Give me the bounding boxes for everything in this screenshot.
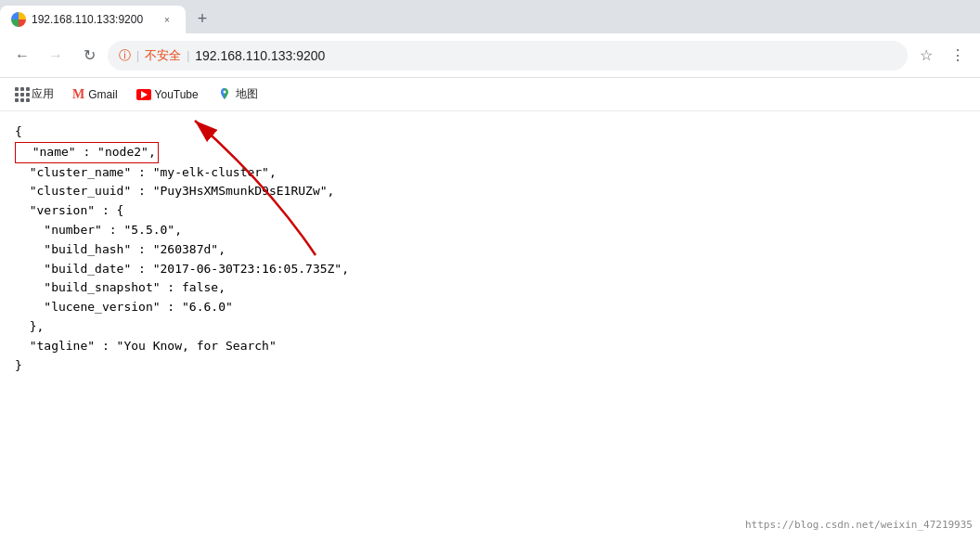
- json-line: "name" : "node2",: [15, 142, 965, 163]
- json-line: "tagline" : "You Know, for Search": [15, 337, 965, 356]
- separator2: |: [187, 49, 189, 62]
- apps-label: 应用: [32, 86, 54, 102]
- address-bar[interactable]: ⓘ | 不安全 | 192.168.110.133:9200: [108, 41, 908, 71]
- youtube-icon: [136, 89, 151, 100]
- browser-tab[interactable]: 192.168.110.133:9200 ×: [0, 6, 186, 33]
- youtube-play-triangle: [141, 91, 148, 98]
- apps-icon: [15, 87, 30, 102]
- gmail-label: Gmail: [88, 88, 117, 101]
- json-line: "cluster_uuid" : "Puy3HsXMSmunkD9sE1RUZw…: [15, 182, 965, 201]
- content-area[interactable]: { "name" : "node2", "cluster_name" : "my…: [0, 111, 980, 541]
- json-line: {: [15, 122, 965, 142]
- nav-right-buttons: ☆ ⋮: [911, 41, 973, 71]
- bookmark-maps[interactable]: 地图: [210, 83, 265, 106]
- maps-label: 地图: [236, 86, 258, 102]
- svg-point-0: [223, 90, 226, 93]
- bookmark-button[interactable]: ☆: [911, 41, 941, 71]
- json-line: "number" : "5.5.0",: [15, 221, 965, 240]
- menu-button[interactable]: ⋮: [943, 41, 973, 71]
- address-text: 192.168.110.133:9200: [195, 48, 896, 63]
- bookmark-apps[interactable]: 应用: [7, 83, 61, 106]
- tab-title: 192.168.110.133:9200: [32, 13, 154, 26]
- forward-button[interactable]: →: [41, 41, 71, 71]
- browser-window: 192.168.110.133:9200 × + ← → ↻ ⓘ | 不安全 |…: [0, 0, 980, 541]
- maps-icon: [217, 87, 232, 102]
- json-line: "build_date" : "2017-06-30T23:16:05.735Z…: [15, 260, 965, 279]
- bookmarks-bar: 应用 M Gmail YouTube 地图: [0, 78, 980, 111]
- bookmark-gmail[interactable]: M Gmail: [65, 84, 125, 106]
- bookmark-youtube[interactable]: YouTube: [129, 84, 206, 105]
- insecure-label: 不安全: [145, 47, 181, 64]
- tab-bar: 192.168.110.133:9200 × +: [0, 0, 980, 33]
- json-line: "build_hash" : "260387d",: [15, 240, 965, 260]
- watermark: https://blog.csdn.net/weixin_47219935: [745, 517, 973, 534]
- json-line: "lucene_version" : "6.6.0": [15, 298, 965, 317]
- new-tab-button[interactable]: +: [189, 6, 215, 32]
- lock-icon: ⓘ: [119, 47, 131, 64]
- youtube-label: YouTube: [155, 88, 199, 101]
- refresh-button[interactable]: ↻: [74, 41, 104, 71]
- tab-favicon-icon: [11, 12, 26, 27]
- back-button[interactable]: ←: [7, 41, 37, 71]
- json-line: "build_snapshot" : false,: [15, 278, 965, 298]
- json-line: },: [15, 317, 965, 337]
- json-line: "version" : {: [15, 201, 965, 221]
- gmail-icon: M: [72, 87, 84, 102]
- json-line: }: [15, 356, 965, 376]
- separator: |: [136, 49, 139, 62]
- json-line: "cluster_name" : "my-elk-cluster",: [15, 163, 965, 183]
- json-content: { "name" : "node2", "cluster_name" : "my…: [15, 122, 965, 375]
- nav-bar: ← → ↻ ⓘ | 不安全 | 192.168.110.133:9200 ☆ ⋮: [0, 33, 980, 78]
- tab-close-button[interactable]: ×: [160, 12, 174, 27]
